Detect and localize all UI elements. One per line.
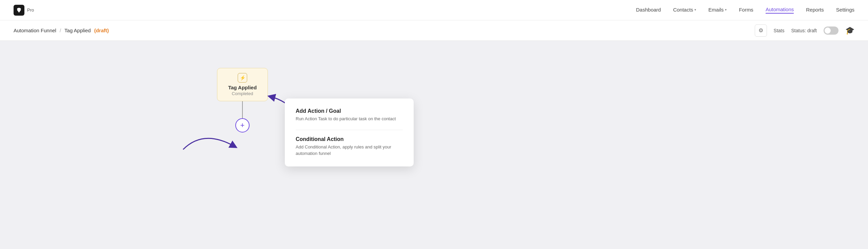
conditional-action-desc: Add Conditional Action, apply rules and … <box>296 144 403 157</box>
nav-dashboard[interactable]: Dashboard <box>636 7 661 13</box>
nav-forms[interactable]: Forms <box>739 7 753 13</box>
chevron-down-icon: ▾ <box>694 8 696 12</box>
chevron-down-icon: ▾ <box>725 8 727 12</box>
add-step-button[interactable]: + <box>235 118 250 132</box>
logo-pro-label: Pro <box>27 7 34 13</box>
action-popup-menu: Add Action / Goal Run Action Task to do … <box>285 99 414 166</box>
nav-reports[interactable]: Reports <box>806 7 824 13</box>
draft-badge: (draft) <box>94 28 109 33</box>
node-title: Tag Applied <box>228 85 257 90</box>
add-action-goal-item[interactable]: Add Action / Goal Run Action Task to do … <box>296 108 403 122</box>
top-nav: Pro Dashboard Contacts ▾ Emails ▾ Forms … <box>0 0 868 20</box>
nav-emails[interactable]: Emails ▾ <box>708 7 727 13</box>
node-icon-row: ⚡ <box>228 73 257 83</box>
add-action-goal-title: Add Action / Goal <box>296 108 403 114</box>
breadcrumb: Automation Funnel / Tag Applied (draft) <box>14 28 109 33</box>
automation-canvas: ⚡ Tag Applied Completed + Add Action / G… <box>0 41 868 249</box>
main-nav: Dashboard Contacts ▾ Emails ▾ Forms Auto… <box>636 6 854 14</box>
connector-line <box>242 101 243 118</box>
logo-icon[interactable] <box>14 5 24 16</box>
breadcrumb-separator: / <box>60 28 61 33</box>
tag-applied-node[interactable]: ⚡ Tag Applied Completed + <box>217 68 268 132</box>
status-label: Status: draft <box>791 28 817 33</box>
logo-area: Pro <box>14 5 34 16</box>
stats-label[interactable]: Stats <box>774 28 785 33</box>
add-action-goal-desc: Run Action Task to do particular task on… <box>296 115 403 122</box>
conditional-action-item[interactable]: Conditional Action Add Conditional Actio… <box>296 136 403 157</box>
nav-settings[interactable]: Settings <box>836 7 854 13</box>
nav-contacts[interactable]: Contacts ▾ <box>673 7 696 13</box>
subheader-right: ⚙ Stats Status: draft 🎓 <box>755 24 854 37</box>
breadcrumb-child: Tag Applied <box>64 28 91 33</box>
status-toggle[interactable] <box>824 26 839 35</box>
subheader: Automation Funnel / Tag Applied (draft) … <box>0 20 868 41</box>
settings-gear-button[interactable]: ⚙ <box>755 24 767 37</box>
node-subtitle: Completed <box>228 91 257 96</box>
popup-divider <box>296 130 403 130</box>
graduation-icon[interactable]: 🎓 <box>845 26 854 35</box>
breadcrumb-root[interactable]: Automation Funnel <box>14 28 56 33</box>
node-box[interactable]: ⚡ Tag Applied Completed <box>217 68 268 101</box>
nav-automations[interactable]: Automations <box>766 6 794 14</box>
lightning-icon: ⚡ <box>238 73 247 83</box>
conditional-action-title: Conditional Action <box>296 136 403 142</box>
